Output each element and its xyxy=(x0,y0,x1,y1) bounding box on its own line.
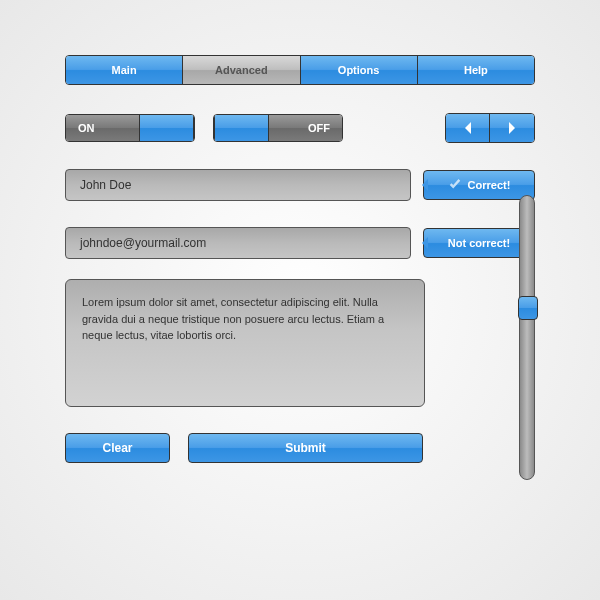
scroll-thumb[interactable] xyxy=(518,296,538,320)
arrow-right-icon xyxy=(507,122,517,134)
toggle-on-label: ON xyxy=(66,115,139,141)
toggle-knob[interactable] xyxy=(139,115,194,141)
tab-main[interactable]: Main xyxy=(66,56,183,84)
check-icon xyxy=(448,178,462,192)
toggle-on[interactable]: ON xyxy=(65,114,195,142)
toggle-off[interactable]: OFF xyxy=(213,114,343,142)
toggle-off-label: OFF xyxy=(269,115,342,141)
email-input[interactable]: johndoe@yourmail.com xyxy=(65,227,411,259)
toggle-knob[interactable] xyxy=(214,115,269,141)
tab-bar: Main Advanced Options Help xyxy=(65,55,535,85)
name-input[interactable]: John Doe xyxy=(65,169,411,201)
incorrect-label: Not correct! xyxy=(448,237,510,249)
tab-advanced[interactable]: Advanced xyxy=(183,56,300,84)
arrow-left-icon xyxy=(463,122,473,134)
tab-options[interactable]: Options xyxy=(301,56,418,84)
textarea[interactable]: Lorem ipsum dolor sit amet, consectetur … xyxy=(65,279,425,407)
tab-help[interactable]: Help xyxy=(418,56,534,84)
arrow-right-button[interactable] xyxy=(490,114,534,142)
correct-badge: Correct! xyxy=(423,170,535,200)
submit-button[interactable]: Submit xyxy=(188,433,423,463)
clear-button[interactable]: Clear xyxy=(65,433,170,463)
arrow-left-button[interactable] xyxy=(446,114,490,142)
arrow-stepper xyxy=(445,113,535,143)
scrollbar[interactable] xyxy=(519,195,535,480)
correct-label: Correct! xyxy=(468,179,511,191)
